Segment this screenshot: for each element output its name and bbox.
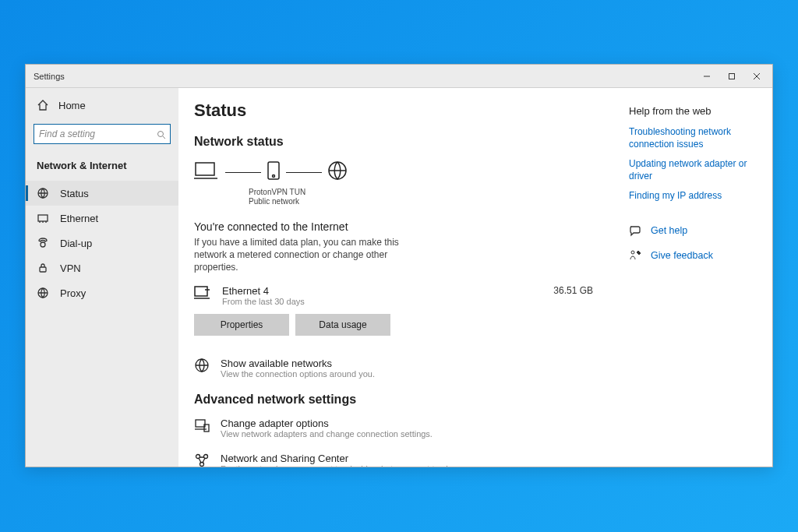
help-link-ip[interactable]: Finding my IP address <box>629 190 761 203</box>
connected-title: You're connected to the Internet <box>194 220 602 233</box>
computer-icon <box>194 160 221 185</box>
maximize-button[interactable] <box>719 68 744 85</box>
give-feedback-link[interactable]: Give feedback <box>629 249 761 262</box>
adapter-options-row[interactable]: Change adapter options View network adap… <box>194 417 602 439</box>
page-title: Status <box>194 100 602 121</box>
show-networks-row[interactable]: Show available networks View the connect… <box>194 358 602 379</box>
button-row: Properties Data usage <box>194 314 602 336</box>
home-link[interactable]: Home <box>26 94 178 116</box>
svg-point-4 <box>158 132 164 137</box>
action-text: Network and Sharing Center For the netwo… <box>221 453 465 467</box>
sidebar-item-label: Proxy <box>60 287 86 299</box>
svg-rect-7 <box>38 215 48 221</box>
globe-icon <box>194 358 210 373</box>
action-text: Show available networks View the connect… <box>221 358 375 379</box>
help-link-adapter[interactable]: Updating network adapter or driver <box>629 158 761 182</box>
sidebar: Home Network & Internet Status Ethernet … <box>26 88 178 467</box>
action-title: Network and Sharing Center <box>221 453 465 464</box>
sidebar-item-ethernet[interactable]: Ethernet <box>26 206 178 231</box>
device-icon <box>266 160 281 184</box>
home-icon <box>37 99 49 111</box>
network-row: Ethernet 4 From the last 30 days 36.51 G… <box>194 285 602 306</box>
content: Status Network status ProtonVPN TUN Publ… <box>178 88 618 467</box>
network-sub: From the last 30 days <box>222 297 542 306</box>
aside: Help from the web Troubleshooting networ… <box>618 88 772 467</box>
action-desc: For the networks you connect to, decide … <box>221 464 465 467</box>
svg-point-11 <box>41 242 45 247</box>
section-title: Network & Internet <box>26 155 178 181</box>
svg-point-26 <box>196 454 200 458</box>
svg-rect-23 <box>196 420 205 427</box>
sidebar-item-label: VPN <box>60 262 81 274</box>
vpn-icon <box>37 262 49 274</box>
help-icon <box>629 224 641 237</box>
svg-rect-19 <box>195 287 207 296</box>
sharing-center-row[interactable]: Network and Sharing Center For the netwo… <box>194 453 602 467</box>
aside-title: Help from the web <box>629 105 761 117</box>
svg-point-28 <box>200 462 204 466</box>
sidebar-item-label: Status <box>60 188 89 199</box>
sharing-icon <box>194 453 210 467</box>
feedback-label: Give feedback <box>651 250 713 261</box>
get-help-link[interactable]: Get help <box>629 224 761 237</box>
sidebar-item-proxy[interactable]: Proxy <box>26 280 178 305</box>
sidebar-item-label: Dial-up <box>60 238 92 249</box>
sidebar-item-dialup[interactable]: Dial-up <box>26 231 178 255</box>
network-name: Ethernet 4 <box>222 285 542 297</box>
main: Status Network status ProtonVPN TUN Publ… <box>178 88 772 467</box>
search-icon <box>157 129 166 138</box>
minimize-button[interactable] <box>694 68 719 85</box>
action-desc: View network adapters and change connect… <box>221 429 433 439</box>
sidebar-item-status[interactable]: Status <box>26 181 178 206</box>
action-text: Change adapter options View network adap… <box>221 417 433 439</box>
search-input[interactable] <box>34 124 171 144</box>
network-status-heading: Network status <box>194 135 602 149</box>
status-icon <box>37 187 49 199</box>
svg-rect-12 <box>40 267 46 272</box>
action-desc: View the connection options around you. <box>221 369 375 379</box>
monitor-icon <box>194 285 211 304</box>
svg-point-31 <box>631 251 634 254</box>
svg-point-17 <box>273 175 275 178</box>
dialup-icon <box>37 237 49 249</box>
globe-icon <box>327 160 348 185</box>
feedback-icon <box>629 249 641 262</box>
svg-rect-16 <box>268 162 279 179</box>
settings-window: Settings Home Network & Internet Status <box>25 64 773 467</box>
svg-rect-14 <box>196 163 214 175</box>
adapter-icon <box>194 417 210 433</box>
connection-name: ProtonVPN TUN <box>249 188 602 197</box>
svg-point-27 <box>204 454 208 458</box>
network-info: Ethernet 4 From the last 30 days <box>222 285 542 306</box>
sidebar-item-vpn[interactable]: VPN <box>26 255 178 280</box>
svg-line-5 <box>163 136 165 139</box>
action-title: Show available networks <box>221 358 375 369</box>
proxy-icon <box>37 287 49 299</box>
window-body: Home Network & Internet Status Ethernet … <box>26 88 772 467</box>
ethernet-icon <box>37 212 49 224</box>
window-title: Settings <box>34 72 65 81</box>
help-link-troubleshoot[interactable]: Troubleshooting network connection issue… <box>629 126 761 150</box>
close-button[interactable] <box>744 68 769 85</box>
advanced-heading: Advanced network settings <box>194 393 602 407</box>
properties-button[interactable]: Properties <box>194 314 289 336</box>
titlebar: Settings <box>26 65 772 88</box>
network-size: 36.51 GB <box>553 285 593 296</box>
home-label: Home <box>58 100 86 111</box>
network-diagram <box>194 160 602 185</box>
diagram-label: ProtonVPN TUN Public network <box>249 188 602 206</box>
titlebar-buttons <box>694 68 769 85</box>
sidebar-item-label: Ethernet <box>60 213 98 224</box>
diagram-line <box>286 172 322 173</box>
search-box <box>34 124 171 144</box>
network-type: Public network <box>249 197 602 206</box>
svg-rect-1 <box>729 73 735 79</box>
data-usage-button[interactable]: Data usage <box>295 314 390 336</box>
action-title: Change adapter options <box>221 417 433 429</box>
connected-desc: If you have a limited data plan, you can… <box>194 236 412 274</box>
get-help-label: Get help <box>651 225 687 236</box>
diagram-line <box>225 172 261 173</box>
